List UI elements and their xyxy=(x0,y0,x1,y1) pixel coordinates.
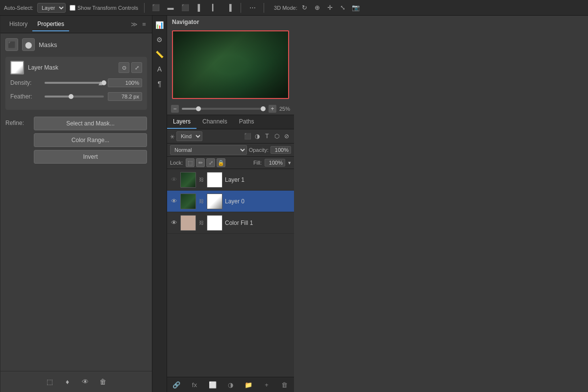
layer1-mask-preview xyxy=(207,172,222,187)
3d-pan-btn[interactable]: ⊕ xyxy=(312,2,323,13)
paragraph-icon[interactable]: ¶ xyxy=(153,77,166,90)
main-layout: History Properties ≫ ≡ ⬛ ⬤ Masks xyxy=(0,16,588,392)
masks-header: ⬛ ⬤ Masks xyxy=(5,38,147,51)
text-tool-icon[interactable]: A xyxy=(153,63,166,75)
nav-zoom-in-btn[interactable]: + xyxy=(269,105,276,113)
fx-icon[interactable]: fx xyxy=(189,379,200,390)
layer-mask-title: Layer Mask xyxy=(28,64,115,71)
color-range-btn[interactable]: Color Range... xyxy=(34,133,147,147)
top-toolbar: Auto-Select: Layer Show Transform Contro… xyxy=(0,0,588,16)
refine-buttons: Select and Mask... Color Range... Invert xyxy=(34,117,147,164)
nav-zoom-thumb2[interactable] xyxy=(261,106,266,111)
feather-slider-thumb[interactable] xyxy=(69,94,74,99)
paint-icon-btn[interactable]: ♦ xyxy=(61,375,74,388)
pixel-mask-btn[interactable]: ⬛ xyxy=(5,38,18,51)
lock-artboard-btn[interactable]: ⤢ xyxy=(206,158,215,167)
panel-expand-icon[interactable]: ≫ xyxy=(130,21,138,28)
density-slider-area: ▲ xyxy=(45,82,104,84)
adjustment-filter-icon[interactable]: ◑ xyxy=(253,132,262,141)
feather-value-input[interactable] xyxy=(108,92,142,101)
auto-select-label: Auto-Select: xyxy=(4,5,33,11)
smart-filter-icon[interactable]: ⊘ xyxy=(282,132,291,141)
3d-move-btn[interactable]: ✛ xyxy=(325,2,336,13)
link-layers-icon[interactable]: 🔗 xyxy=(171,379,182,390)
lock-all-btn[interactable]: 🔒 xyxy=(217,158,225,167)
eye-icon-btn[interactable]: 👁 xyxy=(79,375,92,388)
3d-orbit-btn[interactable]: ↻ xyxy=(299,2,310,13)
shape-filter-icon[interactable]: ⬡ xyxy=(272,132,281,141)
feather-slider-track[interactable] xyxy=(45,96,104,98)
pixel-filter-icon[interactable]: ⬛ xyxy=(243,132,252,141)
ruler-icon[interactable]: 📏 xyxy=(153,48,166,61)
distribute-btn[interactable]: ⋯ xyxy=(247,2,258,13)
feather-slider-fill xyxy=(45,96,71,98)
trash-icon-btn[interactable]: 🗑 xyxy=(97,375,109,388)
lock-pixels-btn[interactable]: ⬚ xyxy=(186,158,195,167)
layer1-chain-icon: ⛓ xyxy=(198,172,204,188)
nav-zoom-thumb[interactable] xyxy=(196,106,201,111)
panel-tabs: History Properties ≫ ≡ xyxy=(0,16,152,33)
density-slider-track[interactable]: ▲ xyxy=(45,82,104,84)
align-right-btn[interactable]: ▐ xyxy=(224,2,235,13)
3d-camera-btn[interactable]: 📷 xyxy=(350,2,361,13)
align-top-btn[interactable]: ⬛ xyxy=(150,2,161,13)
lock-row: Lock: ⬚ ✏ ⤢ 🔒 Fill: ▾ xyxy=(167,157,294,169)
layer-select[interactable]: Layer xyxy=(37,3,66,13)
tab-properties[interactable]: Properties xyxy=(32,18,69,31)
right-panel: Navigator − + 25% Lay xyxy=(167,16,294,392)
adjustment-icon[interactable]: ◑ xyxy=(225,379,236,390)
layer-item-colorfill1[interactable]: 👁 ⛓ Color Fill 1 xyxy=(167,212,294,234)
mask-edit-btn[interactable]: ⤢ xyxy=(131,62,142,73)
layer-item-layer1[interactable]: 👁 ⛓ Layer 1 xyxy=(167,169,294,191)
align-left-btn[interactable]: ▌ xyxy=(195,2,205,13)
layer0-visibility-icon[interactable]: 👁 xyxy=(170,197,178,205)
folder-icon[interactable]: 📁 xyxy=(243,379,254,390)
nav-zoom-out-btn[interactable]: − xyxy=(171,105,179,113)
align-bottom-btn[interactable]: ⬛ xyxy=(180,2,191,13)
tab-history[interactable]: History xyxy=(4,18,32,31)
tab-paths[interactable]: Paths xyxy=(233,115,260,129)
fill-input[interactable] xyxy=(265,159,285,167)
feather-slider-area xyxy=(45,96,104,98)
panel-menu-icon[interactable]: ≡ xyxy=(140,21,148,28)
refine-label: Refine: xyxy=(5,117,30,126)
lock-position-btn[interactable]: ✏ xyxy=(196,158,205,167)
layer0-chain-icon: ⛓ xyxy=(198,194,204,209)
mask-apply-btn[interactable]: ⊙ xyxy=(119,62,129,73)
align-vcenter-btn[interactable]: ▬ xyxy=(165,2,176,13)
blend-mode-select[interactable]: Normal xyxy=(170,145,247,155)
invert-btn[interactable]: Invert xyxy=(34,150,147,164)
panel-body: ⬛ ⬤ Masks Layer Mask ⊙ ⤢ xyxy=(0,33,152,371)
kind-select[interactable]: Kind xyxy=(176,131,202,141)
select-and-mask-btn[interactable]: Select and Mask... xyxy=(34,117,147,130)
fill-arrow[interactable]: ▾ xyxy=(288,160,291,166)
refine-row: Refine: Select and Mask... Color Range..… xyxy=(5,117,147,164)
histogram-icon[interactable]: 📊 xyxy=(153,19,166,31)
opacity-input[interactable] xyxy=(270,146,291,154)
delete-layer-icon[interactable]: 🗑 xyxy=(279,379,290,390)
canvas-and-panels: History Properties ≫ ≡ ⬛ ⬤ Masks xyxy=(0,16,294,392)
tab-layers[interactable]: Layers xyxy=(167,115,196,129)
type-filter-icon[interactable]: T xyxy=(263,132,271,141)
layers-list: 👁 ⛓ Layer 1 👁 xyxy=(167,169,294,377)
adjustments-icon[interactable]: ⚙ xyxy=(153,33,166,46)
divider-3 xyxy=(264,3,264,13)
nav-zoom-slider[interactable] xyxy=(182,108,266,110)
colorfill1-visibility-icon[interactable]: 👁 xyxy=(170,219,178,227)
selection-icon-btn[interactable]: ⬚ xyxy=(44,375,56,388)
layers-toolbar: ⚹ Kind ⬛ ◑ T ⬡ ⊘ xyxy=(167,129,294,144)
layer1-visibility-icon[interactable]: 👁 xyxy=(170,176,178,184)
vector-mask-btn[interactable]: ⬤ xyxy=(22,38,35,51)
density-value-input[interactable] xyxy=(108,78,142,87)
3d-scale-btn[interactable]: ⤡ xyxy=(338,2,348,13)
add-layer-icon[interactable]: + xyxy=(261,379,272,390)
tab-channels[interactable]: Channels xyxy=(196,115,233,129)
nav-zoom-label: 25% xyxy=(279,106,290,112)
add-mask-icon[interactable]: ⬜ xyxy=(207,379,218,390)
layer-item-layer0[interactable]: 👁 ⛓ Layer 0 xyxy=(167,191,294,212)
layer0-photo-preview xyxy=(181,194,196,209)
show-transform-controls-checkbox[interactable] xyxy=(70,5,75,11)
align-hcenter-btn[interactable]: ▎ xyxy=(209,2,220,13)
layers-panel: Layers Channels Paths ⚹ Kind ⬛ ◑ T ⬡ xyxy=(167,115,294,392)
layers-bottom-bar: 🔗 fx ⬜ ◑ 📁 + 🗑 xyxy=(167,377,294,392)
